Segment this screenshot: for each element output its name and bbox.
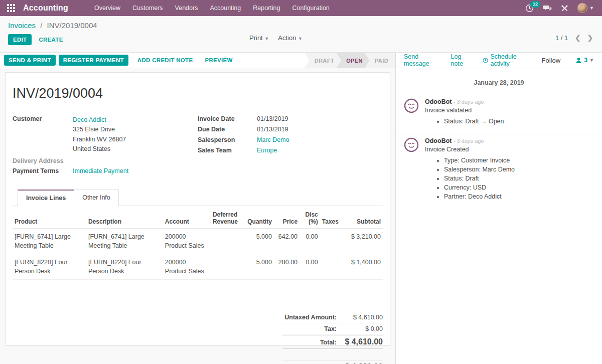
cell-deferred-revenue[interactable]	[211, 254, 243, 279]
cell-taxes[interactable]	[320, 228, 343, 254]
table-row[interactable]: [FURN_6741] Large Meeting Table [FURN_67…	[13, 228, 383, 254]
tools-icon[interactable]	[561, 5, 568, 12]
send-message-button[interactable]: Send message	[404, 53, 440, 67]
message-author[interactable]: OdooBot	[425, 137, 452, 144]
message-author[interactable]: OdooBot	[425, 98, 452, 105]
follow-button[interactable]: Follow	[542, 57, 561, 64]
notebook-tabs: Invoice Lines Other Info	[13, 189, 383, 206]
cell-price[interactable]: 642.00	[274, 228, 299, 254]
chatter-header: Send message Log note Schedule activity …	[396, 53, 602, 68]
cell-description[interactable]: [FURN_6741] Large Meeting Table	[86, 228, 163, 254]
col-header-description[interactable]: Description	[86, 208, 163, 229]
payment-terms-link[interactable]: Immediate Payment	[73, 167, 128, 174]
breadcrumb-invoices-link[interactable]: Invoices	[8, 21, 36, 30]
chatter-message: OdooBot - 3 days ago Invoice Created Typ…	[396, 134, 602, 209]
table-row[interactable]: [FURN_8220] Four Person Desk [FURN_8220]…	[13, 254, 383, 279]
register-payment-button[interactable]: REGISTER PAYMENT	[59, 55, 128, 66]
log-note-button[interactable]: Log note	[451, 53, 472, 67]
customer-city: Franklin WV 26807	[73, 135, 126, 144]
caret-down-icon: ▼	[264, 36, 269, 41]
message-detail: Status: Draft	[444, 175, 594, 182]
invoice-date-label: Invoice Date	[198, 115, 257, 122]
apps-grid-icon[interactable]	[7, 4, 15, 12]
state-draft[interactable]: DRAFT	[305, 53, 341, 68]
nav-item-customers[interactable]: Customers	[126, 0, 169, 16]
form-view: INV/2019/0004 Customer Deco Addict 325 E…	[0, 68, 396, 364]
cell-deferred-revenue[interactable]	[211, 228, 243, 254]
untaxed-amount-label: Untaxed Amount:	[284, 314, 337, 321]
print-dropdown[interactable]: Print ▼	[249, 34, 269, 42]
user-menu[interactable]: ▼	[577, 3, 594, 13]
col-header-price[interactable]: Price	[274, 208, 299, 229]
add-credit-note-button[interactable]: ADD CREDIT NOTE	[137, 57, 193, 63]
tab-other-info[interactable]: Other Info	[74, 190, 119, 206]
cell-quantity[interactable]: 5.000	[243, 228, 274, 254]
tab-invoice-lines[interactable]: Invoice Lines	[18, 190, 74, 206]
followers-button[interactable]: 3 ▼	[575, 57, 594, 64]
message-detail: Status: Draft → Open	[444, 118, 594, 125]
nav-item-vendors[interactable]: Vendors	[169, 0, 204, 16]
messages-icon[interactable]	[543, 5, 552, 12]
message-detail: Salesperson: Marc Demo	[444, 166, 594, 173]
breadcrumb: Invoices / INV/2019/0004	[8, 21, 97, 30]
invoice-date-value: 01/13/2019	[257, 115, 288, 122]
invoice-lines-table: Product Description Account Deferred Rev…	[13, 208, 383, 280]
delivery-address-label: Delivery Address	[13, 157, 73, 164]
col-header-disc[interactable]: Disc (%)	[299, 208, 320, 229]
col-header-quantity[interactable]: Quantity	[243, 208, 274, 229]
tax-value: $ 0.00	[337, 325, 383, 332]
nav-item-configuration[interactable]: Configuration	[286, 0, 335, 16]
cell-disc[interactable]: 0.00	[299, 254, 320, 279]
customer-street: 325 Elsie Drive	[73, 125, 126, 134]
salesperson-link[interactable]: Marc Demo	[257, 136, 289, 143]
col-header-product[interactable]: Product	[13, 208, 86, 229]
top-nav: Accounting Overview Customers Vendors Ac…	[0, 0, 602, 16]
col-header-deferred-revenue[interactable]: Deferred Revenue	[211, 208, 243, 229]
cell-disc[interactable]: 0.00	[299, 228, 320, 254]
cell-taxes[interactable]	[320, 254, 343, 279]
customer-link[interactable]: Deco Addict	[73, 115, 126, 125]
sales-team-link[interactable]: Europe	[257, 147, 277, 154]
tax-label: Tax:	[324, 325, 337, 332]
cell-description[interactable]: [FURN_8220] Four Person Desk	[86, 254, 163, 279]
payment-terms-label: Payment Terms	[13, 167, 73, 174]
col-header-taxes[interactable]: Taxes	[320, 208, 343, 229]
activities-clock-icon[interactable]: 12	[525, 4, 534, 13]
cell-quantity[interactable]: 5.000	[243, 254, 274, 279]
schedule-activity-button[interactable]: Schedule activity	[483, 53, 530, 67]
cell-account[interactable]: 200000 Product Sales	[163, 254, 211, 279]
create-button[interactable]: CREATE	[39, 37, 63, 43]
invoice-sheet: INV/2019/0004 Customer Deco Addict 325 E…	[5, 72, 390, 345]
app-title[interactable]: Accounting	[23, 4, 68, 13]
date-separator: January 28, 2019	[404, 79, 594, 86]
odoobot-avatar	[404, 98, 419, 113]
cell-account[interactable]: 200000 Product Sales	[163, 228, 211, 254]
chatter-panel: January 28, 2019 OdooBot - 3 days ago In…	[396, 68, 602, 364]
cell-price[interactable]: 280.00	[274, 254, 299, 279]
send-print-button[interactable]: SEND & PRINT	[4, 55, 56, 66]
sales-team-label: Sales Team	[198, 147, 257, 154]
col-header-subtotal[interactable]: Subtotal	[343, 208, 383, 229]
nav-item-accounting[interactable]: Accounting	[204, 0, 247, 16]
total-value: $ 4,610.00	[337, 337, 383, 346]
preview-button[interactable]: PREVIEW	[205, 57, 232, 63]
total-label: Total:	[320, 339, 337, 346]
cell-product[interactable]: [FURN_6741] Large Meeting Table	[13, 228, 86, 254]
action-dropdown[interactable]: Action ▼	[278, 34, 303, 42]
state-open[interactable]: OPEN	[336, 53, 370, 68]
caret-down-icon: ▼	[589, 58, 594, 63]
cell-subtotal[interactable]: $ 1,400.00	[343, 254, 383, 279]
edit-button[interactable]: EDIT	[8, 34, 32, 45]
breadcrumb-separator: /	[40, 21, 42, 30]
message-detail: Type: Customer Invoice	[444, 157, 594, 164]
nav-item-reporting[interactable]: Reporting	[247, 0, 286, 16]
status-row: SEND & PRINT REGISTER PAYMENT ADD CREDIT…	[0, 52, 602, 68]
col-header-account[interactable]: Account	[163, 208, 211, 229]
message-timestamp: - 3 days ago	[454, 99, 484, 105]
cell-product[interactable]: [FURN_8220] Four Person Desk	[13, 254, 86, 279]
pager-next-icon[interactable]: ❯	[587, 34, 593, 42]
pager-prev-icon[interactable]: ❮	[575, 34, 580, 42]
caret-down-icon: ▼	[589, 6, 594, 11]
nav-item-overview[interactable]: Overview	[88, 0, 126, 16]
cell-subtotal[interactable]: $ 3,210.00	[343, 228, 383, 254]
